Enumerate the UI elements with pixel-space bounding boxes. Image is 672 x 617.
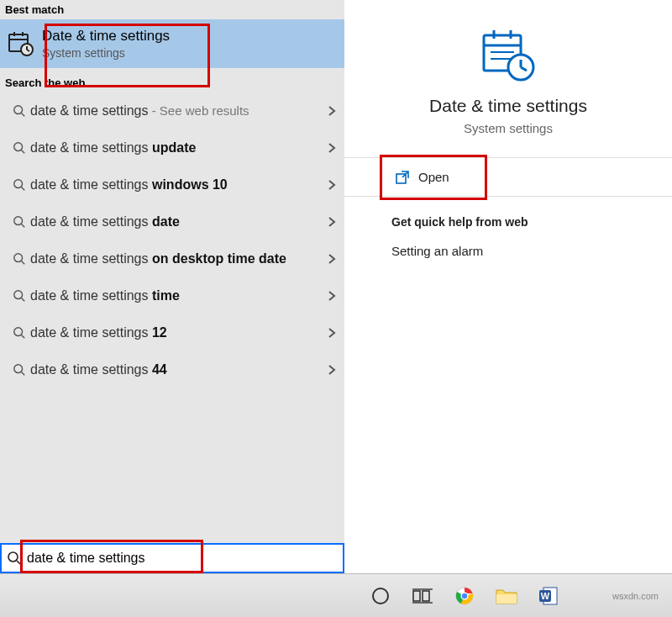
svg-line-12 [22, 187, 25, 191]
svg-line-14 [22, 224, 25, 228]
web-result-text: date & time settings windows 10 [30, 177, 328, 194]
date-time-large-icon [479, 25, 538, 84]
open-icon [395, 170, 410, 185]
web-result-item[interactable]: date & time settings 12 [0, 314, 344, 351]
search-icon [8, 363, 30, 377]
chevron-right-icon [328, 327, 336, 339]
svg-line-24 [17, 561, 20, 564]
search-box[interactable] [0, 543, 344, 573]
date-time-icon [0, 30, 42, 57]
best-match-label: Best match [0, 0, 344, 19]
search-icon [8, 252, 30, 266]
svg-text:W: W [541, 591, 550, 601]
search-icon [8, 178, 30, 192]
quick-help-title: Get quick help from web [391, 215, 664, 229]
open-label: Open [418, 170, 449, 184]
svg-line-8 [22, 113, 25, 117]
search-results-pane: Best match Date & time settings System s… [0, 0, 344, 573]
cortana-icon[interactable] [368, 583, 393, 609]
web-result-text: date & time settings update [30, 140, 328, 157]
search-icon [8, 215, 30, 229]
svg-point-43 [462, 593, 467, 598]
web-result-item[interactable]: date & time settings 44 [0, 351, 344, 388]
search-icon [7, 551, 22, 566]
web-result-item[interactable]: date & time settings on desktop time dat… [0, 240, 344, 277]
detail-pane: Date & time settings System settings Ope… [344, 0, 672, 573]
svg-point-9 [14, 143, 23, 151]
search-input[interactable] [27, 551, 338, 566]
chevron-right-icon [328, 179, 336, 191]
word-icon[interactable]: W [536, 583, 561, 609]
svg-point-11 [14, 180, 23, 188]
best-match-title: Date & time settings [42, 28, 170, 45]
svg-point-7 [14, 106, 23, 114]
web-result-item[interactable]: date & time settings update [0, 129, 344, 166]
file-explorer-icon[interactable] [494, 583, 519, 609]
watermark-text: wsxdn.com [612, 591, 665, 601]
web-result-item[interactable]: date & time settings - See web results [0, 92, 344, 129]
web-result-text: date & time settings time [30, 287, 328, 305]
chevron-right-icon [328, 105, 336, 117]
chrome-icon[interactable] [452, 583, 477, 609]
chevron-right-icon [328, 253, 336, 265]
chevron-right-icon [328, 216, 336, 228]
chevron-right-icon [328, 142, 336, 154]
svg-point-17 [14, 291, 23, 299]
web-result-item[interactable]: date & time settings windows 10 [0, 166, 344, 203]
svg-point-19 [14, 328, 23, 336]
web-results-list: date & time settings - See web resultsda… [0, 92, 344, 388]
web-result-text: date & time settings 44 [30, 361, 328, 379]
svg-line-20 [22, 335, 25, 339]
open-button[interactable]: Open [344, 158, 672, 196]
search-web-label: Search the web [0, 73, 344, 92]
chevron-right-icon [328, 364, 336, 376]
web-result-text: date & time settings 12 [30, 324, 328, 342]
chevron-right-icon [328, 290, 336, 302]
help-item[interactable]: Setting an alarm [391, 244, 664, 258]
svg-point-36 [373, 588, 388, 604]
svg-point-13 [14, 217, 23, 225]
svg-rect-44 [496, 594, 517, 604]
task-view-icon[interactable] [410, 583, 435, 609]
taskbar: W wsxdn.com [0, 573, 672, 617]
web-result-item[interactable]: date & time settings time [0, 277, 344, 314]
svg-point-15 [14, 254, 23, 262]
search-icon [8, 104, 30, 118]
svg-rect-38 [423, 591, 429, 601]
best-match-result[interactable]: Date & time settings System settings [0, 19, 344, 68]
svg-point-23 [8, 552, 18, 562]
web-result-item[interactable]: date & time settings date [0, 203, 344, 240]
svg-rect-37 [413, 591, 420, 601]
web-result-text: date & time settings - See web results [30, 103, 328, 120]
best-match-subtitle: System settings [42, 46, 170, 60]
svg-line-10 [22, 150, 25, 154]
search-icon [8, 141, 30, 155]
web-result-text: date & time settings on desktop time dat… [30, 250, 328, 268]
svg-line-16 [22, 261, 25, 265]
detail-subtitle: System settings [464, 121, 553, 135]
svg-line-18 [22, 298, 25, 302]
detail-title: Date & time settings [429, 96, 587, 116]
search-icon [8, 326, 30, 340]
svg-line-22 [22, 372, 25, 376]
search-icon [8, 289, 30, 303]
svg-point-21 [14, 365, 23, 373]
web-result-text: date & time settings date [30, 214, 328, 231]
